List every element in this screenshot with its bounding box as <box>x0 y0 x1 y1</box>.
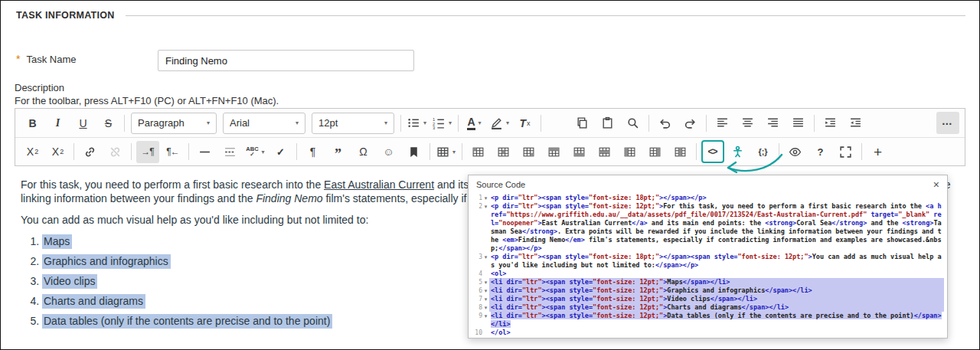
add-button[interactable]: + <box>867 141 890 163</box>
delete-row-button[interactable] <box>593 141 616 163</box>
format-select[interactable]: Paragraph▾ <box>131 113 217 134</box>
merge-cells-button[interactable] <box>492 141 515 163</box>
delete-col-button[interactable] <box>669 141 692 163</box>
code-text: <ol> <box>489 270 944 278</box>
content-text: Finding Nemo <box>256 192 322 204</box>
unlink-button[interactable] <box>104 141 127 163</box>
close-icon[interactable]: × <box>932 179 941 190</box>
show-invisibles-button[interactable]: ¶ <box>302 141 325 163</box>
code-line: 3▾<p dir="ltr"><span style="font-size: 1… <box>470 253 944 270</box>
rtl-button[interactable]: ¶← <box>162 141 185 163</box>
align-center-button[interactable] <box>737 112 760 134</box>
fold-icon[interactable]: ▾ <box>482 295 489 303</box>
code-text: <li dir="ltr"><span style="font-size: 12… <box>489 295 944 303</box>
fold-icon[interactable]: ▾ <box>482 303 489 312</box>
indent-button[interactable] <box>819 112 842 134</box>
italic-button[interactable]: I <box>47 112 70 134</box>
spellcheck-toggle-button[interactable]: ✓ <box>270 141 292 163</box>
strikethrough-button[interactable]: S <box>97 112 120 134</box>
horizontal-rule-button[interactable] <box>194 141 217 163</box>
line-number: 7 <box>472 295 482 303</box>
undo-button[interactable] <box>654 112 677 134</box>
bold-button[interactable]: B <box>21 112 44 134</box>
row-before-button[interactable] <box>543 141 566 163</box>
align-left-button[interactable] <box>711 112 734 134</box>
page-break-button[interactable] <box>219 141 242 163</box>
divider <box>126 15 965 16</box>
ltr-button[interactable]: →¶ <box>136 141 159 163</box>
underline-button[interactable]: U <box>72 112 95 134</box>
outdent-button[interactable] <box>844 112 867 134</box>
numbered-list-button[interactable]: 123▾ <box>431 112 454 134</box>
bullet-list-button[interactable]: ▾ <box>406 112 429 134</box>
content-link[interactable]: East Australian Current <box>324 178 434 191</box>
task-name-label: Task Name <box>26 54 76 65</box>
spellcheck-button[interactable]: ABC✓▾ <box>244 141 267 163</box>
fullscreen-button[interactable] <box>835 141 858 163</box>
fold-icon[interactable]: ▾ <box>482 202 489 211</box>
toolbar-separator <box>706 115 707 132</box>
fontsize-select-value: 12pt <box>318 117 338 129</box>
t-col-before-icon <box>623 146 636 159</box>
emoticons-button[interactable]: ☺ <box>377 141 400 163</box>
col-after-button[interactable] <box>644 141 667 163</box>
help-icon: ? <box>818 147 824 157</box>
code-text: <li dir="ltr"><span style="font-size: 12… <box>489 286 944 295</box>
link-button[interactable] <box>79 141 102 163</box>
split-cell-button[interactable] <box>518 141 541 163</box>
more-button[interactable]: ⋯ <box>936 112 959 134</box>
font-select[interactable]: Arial▾ <box>223 113 305 134</box>
line-number: 1 <box>472 194 482 202</box>
chevron-down-icon: ▾ <box>479 119 482 126</box>
toolbar-separator <box>124 115 125 132</box>
special-character-button[interactable]: Ω <box>352 141 375 163</box>
toolbar-separator <box>188 143 189 160</box>
fold-icon[interactable]: ▾ <box>482 312 489 320</box>
blockquote-button[interactable]: ” <box>327 141 350 163</box>
paste-button[interactable] <box>596 112 619 134</box>
task-name-input[interactable] <box>158 50 414 71</box>
redo-button[interactable] <box>679 112 702 134</box>
cut-button[interactable] <box>546 112 569 134</box>
fold-icon[interactable]: ▾ <box>482 194 489 202</box>
clear-formatting-button[interactable]: Tx <box>514 112 537 134</box>
fold-icon[interactable]: ▾ <box>482 286 489 295</box>
help-button[interactable]: ? <box>809 141 832 163</box>
fontsize-select[interactable]: 12pt▾ <box>312 113 394 134</box>
table-button[interactable]: ▾ <box>435 141 458 163</box>
strikethrough-icon: S <box>105 118 112 129</box>
format-select-value: Paragraph <box>138 117 185 129</box>
subscript-button[interactable]: X2 <box>47 141 70 163</box>
fold-icon[interactable]: ▾ <box>482 278 489 286</box>
highlight-color-button[interactable]: ▾ <box>488 112 511 134</box>
bookmark-button[interactable] <box>403 141 426 163</box>
chevron-down-icon: ▾ <box>296 119 299 126</box>
copy-button[interactable] <box>571 112 594 134</box>
show-invisibles-icon: ¶ <box>310 146 316 157</box>
row-after-button[interactable] <box>568 141 591 163</box>
code-text: <p dir="ltr"><span style="font-size: 12p… <box>489 202 944 253</box>
indent-icon <box>824 116 837 129</box>
table-icon <box>436 146 449 159</box>
cell-properties-button[interactable] <box>467 141 490 163</box>
content-text: For this task, you need to perform a fir… <box>21 178 324 191</box>
annotation-arrow-icon <box>719 152 786 178</box>
preview-button[interactable] <box>784 141 807 163</box>
col-before-button[interactable] <box>619 141 642 163</box>
text-color-button[interactable]: A▾ <box>463 112 486 134</box>
description-label: Description <box>15 82 64 93</box>
t-del-col-icon <box>674 146 687 159</box>
search-button[interactable] <box>622 112 645 134</box>
t-row-below-icon <box>573 146 586 159</box>
fold-icon[interactable]: ▾ <box>482 253 489 261</box>
toolbar-separator <box>861 143 862 160</box>
code-line: 4<ol> <box>470 270 944 278</box>
code-line: 5▾<li dir="ltr"><span style="font-size: … <box>470 278 944 286</box>
toolbar-separator <box>458 115 459 132</box>
list-item-text: Charts and diagrams <box>42 294 145 309</box>
justify-button[interactable] <box>787 112 810 134</box>
paste-icon <box>601 116 614 129</box>
superscript-button[interactable]: X2 <box>21 141 44 163</box>
align-right-button[interactable] <box>762 112 785 134</box>
code-area[interactable]: 1▾<p dir="ltr"><span style="font-size: 1… <box>469 191 947 335</box>
